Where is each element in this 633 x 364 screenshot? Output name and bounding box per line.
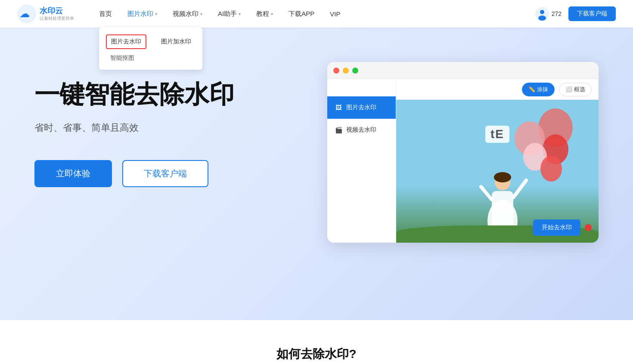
dropdown-row-1: 图片去水印 图片加水印 [106, 33, 195, 51]
image-watermark-dropdown: 图片去水印 图片加水印 智能抠图 [99, 28, 202, 70]
user-count: 272 [552, 10, 562, 17]
start-remove-btn[interactable]: 开始去水印 [533, 219, 580, 236]
sidebar-item-video-remove[interactable]: 🎬 视频去水印 [327, 119, 396, 141]
nav-ai-assistant[interactable]: AI助手 ▾ [210, 0, 248, 28]
nav-video-watermark[interactable]: 视频水印 ▾ [165, 0, 210, 28]
te-watermark-badge: tE [485, 126, 509, 143]
smear-tool-btn[interactable]: ✏️ 涂抹 [522, 83, 555, 96]
video-remove-icon: 🎬 [334, 126, 343, 134]
hero-right: 🖼 图片去水印 🎬 视频去水印 ✏️ 涂抹 [323, 62, 599, 243]
mockup-image-area: tE [396, 100, 599, 243]
how-title: 如何去除水印? [34, 346, 599, 362]
download-client-button[interactable]: 下载客户端 [122, 160, 208, 187]
user-area[interactable]: 272 [535, 7, 562, 21]
chevron-down-icon: ▾ [239, 12, 241, 16]
mockup-body: 🖼 图片去水印 🎬 视频去水印 ✏️ 涂抹 [327, 79, 599, 243]
select-icon: ⬜ [565, 86, 572, 93]
dropdown-item-cutout[interactable]: 智能抠图 [106, 52, 195, 65]
svg-point-4 [538, 15, 546, 21]
image-remove-icon: 🖼 [334, 103, 343, 112]
nav-right: 272 下载客户端 [535, 6, 616, 21]
hero-subtitle: 省时、省事、简单且高效 [34, 121, 323, 134]
dropdown-item-add[interactable]: 图片加水印 [157, 35, 195, 48]
logo-icon: ☁ [17, 4, 36, 23]
svg-line-8 [513, 180, 526, 197]
record-indicator [585, 224, 592, 231]
nav-home[interactable]: 首页 [91, 0, 120, 28]
mockup-sidebar: 🖼 图片去水印 🎬 视频去水印 [327, 79, 396, 243]
mockup-toolbar: ✏️ 涂抹 ⬜ 框选 [396, 79, 599, 100]
chevron-down-icon: ▾ [155, 12, 157, 16]
svg-rect-6 [492, 191, 513, 230]
dropdown-item-remove[interactable]: 图片去水印 [106, 34, 146, 49]
smear-icon: ✏️ [528, 86, 535, 93]
nav-download-btn[interactable]: 下载客户端 [568, 6, 616, 21]
close-button-dot[interactable] [333, 68, 339, 74]
sidebar-item-image-remove[interactable]: 🖼 图片去水印 [327, 96, 396, 119]
hero-title: 一键智能去除水印 [34, 79, 323, 109]
navbar: ☁ 水印云 让素材处理更简单 首页 图片水印 ▾ 视频水印 ▾ AI助手 ▾ 教… [0, 0, 633, 28]
logo[interactable]: ☁ 水印云 让素材处理更简单 [17, 4, 74, 23]
select-tool-btn[interactable]: ⬜ 框选 [559, 83, 592, 96]
nav-vip[interactable]: VIP [322, 0, 348, 28]
how-section: 如何去除水印? 简单3步，无需安装，线上操作，可批量一键去除水印 [0, 320, 633, 364]
chevron-down-icon: ▾ [200, 12, 202, 16]
nav-items: 首页 图片水印 ▾ 视频水印 ▾ AI助手 ▾ 教程 ▾ 下载APP VIP [91, 0, 535, 28]
app-mockup: 🖼 图片去水印 🎬 视频去水印 ✏️ 涂抹 [327, 62, 599, 243]
hero-actions: 立即体验 下载客户端 [34, 160, 323, 187]
balloon-5 [540, 156, 562, 182]
user-icon [535, 7, 549, 21]
svg-line-7 [481, 187, 492, 200]
hero-section: 一键智能去除水印 省时、省事、简单且高效 立即体验 下载客户端 🖼 图片去水印 [0, 28, 633, 320]
maximize-button-dot[interactable] [352, 68, 358, 74]
brand-title: 水印云 [40, 6, 74, 16]
svg-point-10 [494, 172, 511, 182]
svg-text:☁: ☁ [20, 9, 29, 19]
svg-point-3 [540, 10, 544, 14]
mockup-titlebar [327, 62, 599, 79]
brand-subtitle: 让素材处理更简单 [40, 16, 74, 21]
nav-download-app[interactable]: 下载APP [281, 0, 322, 28]
mockup-footer: 开始去水印 [533, 219, 592, 236]
mockup-content: ✏️ 涂抹 ⬜ 框选 [396, 79, 599, 243]
nav-image-watermark[interactable]: 图片水印 ▾ [120, 0, 165, 28]
nav-tutorial[interactable]: 教程 ▾ [248, 0, 281, 28]
chevron-down-icon: ▾ [271, 12, 273, 16]
hero-left: 一键智能去除水印 省时、省事、简单且高效 立即体验 下载客户端 [34, 62, 323, 187]
try-now-button[interactable]: 立即体验 [34, 160, 112, 187]
minimize-button-dot[interactable] [343, 68, 349, 74]
